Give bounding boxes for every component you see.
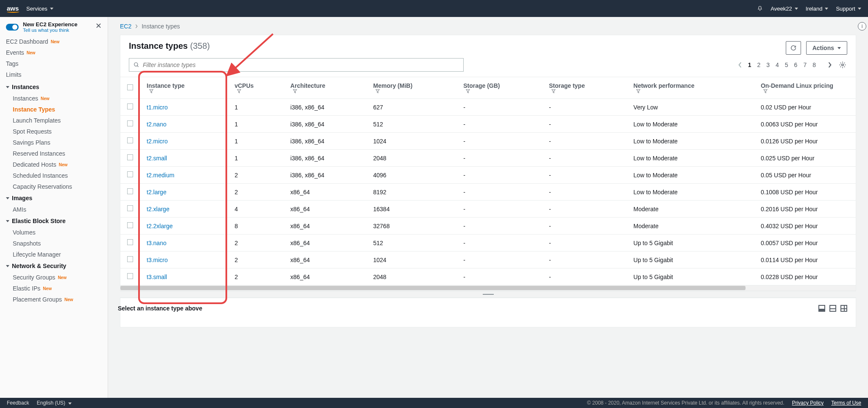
row-checkbox[interactable] xyxy=(127,137,133,143)
sidebar-item-ec2-dashboard[interactable]: EC2 Dashboard New xyxy=(0,36,108,47)
sidebar-item-savings-plans[interactable]: Savings Plans xyxy=(0,137,108,148)
account-menu[interactable]: Aveek22 xyxy=(771,6,798,12)
actions-button[interactable]: Actions xyxy=(806,41,847,55)
view-split-icon[interactable] xyxy=(829,305,836,312)
sidebar-item-elastic-ips[interactable]: Elastic IPs New xyxy=(0,283,108,294)
sidebar-item-limits[interactable]: Limits xyxy=(0,69,108,80)
instance-type-link[interactable]: t3.nano xyxy=(147,240,167,246)
sidebar-item-tags[interactable]: Tags xyxy=(0,58,108,69)
aws-logo[interactable]: aws xyxy=(7,5,19,13)
row-checkbox[interactable] xyxy=(127,154,133,160)
col-memory-mib-[interactable]: Memory (MiB) xyxy=(366,77,456,99)
sidebar-item-reserved-instances[interactable]: Reserved Instances xyxy=(0,148,108,159)
row-checkbox[interactable] xyxy=(127,171,133,177)
table-row[interactable]: t2.2xlarge8x86_6432768--Moderate0.4032 U… xyxy=(120,218,856,235)
row-checkbox[interactable] xyxy=(127,273,133,279)
settings-button[interactable] xyxy=(838,60,847,70)
split-handle[interactable] xyxy=(120,291,856,298)
table-row[interactable]: t3.nano2x86_64512--Up to 5 Gigabit0.0057… xyxy=(120,235,856,252)
row-checkbox[interactable] xyxy=(127,205,133,211)
row-checkbox[interactable] xyxy=(127,239,133,245)
region-menu[interactable]: Ireland xyxy=(806,6,829,12)
refresh-button[interactable] xyxy=(786,41,801,55)
page-prev[interactable] xyxy=(738,62,742,68)
instance-type-link[interactable]: t2.small xyxy=(147,155,167,162)
row-checkbox[interactable] xyxy=(127,120,133,126)
sidebar-item-capacity-reservations[interactable]: Capacity Reservations xyxy=(0,181,108,192)
select-all-checkbox[interactable] xyxy=(127,84,133,90)
view-grid-icon[interactable] xyxy=(840,305,847,312)
sidebar-item-volumes[interactable]: Volumes xyxy=(0,227,108,238)
breadcrumb-root[interactable]: EC2 xyxy=(120,23,131,30)
page-1[interactable]: 1 xyxy=(748,61,751,68)
sidebar-item-instances[interactable]: Instances New xyxy=(0,93,108,104)
row-checkbox[interactable] xyxy=(127,188,133,194)
table-row[interactable]: t2.xlarge4x86_6416384--Moderate0.2016 US… xyxy=(120,201,856,218)
privacy-link[interactable]: Privacy Policy xyxy=(792,400,824,406)
instance-type-link[interactable]: t3.micro xyxy=(147,257,168,263)
sidebar-section-network-security[interactable]: Network & Security xyxy=(0,260,108,272)
table-row[interactable]: t3.small2x86_642048--Up to 5 Gigabit0.02… xyxy=(120,268,856,285)
instance-type-link[interactable]: t2.micro xyxy=(147,138,168,145)
new-experience-toggle[interactable] xyxy=(6,24,19,31)
col-architecture[interactable]: Architecture xyxy=(284,77,366,99)
sidebar-item-events[interactable]: Events New xyxy=(0,47,108,58)
sidebar-item-launch-templates[interactable]: Launch Templates xyxy=(0,115,108,126)
sidebar-item-amis[interactable]: AMIs xyxy=(0,204,108,215)
page-6[interactable]: 6 xyxy=(794,61,798,68)
language-menu[interactable]: English (US) xyxy=(37,400,72,406)
sidebar-item-security-groups[interactable]: Security Groups New xyxy=(0,272,108,283)
info-button[interactable]: i xyxy=(858,22,866,31)
services-menu[interactable]: Services xyxy=(26,6,53,12)
table-row[interactable]: t2.micro1i386, x86_641024--Low to Modera… xyxy=(120,133,856,150)
page-3[interactable]: 3 xyxy=(766,61,770,68)
instance-type-link[interactable]: t1.micro xyxy=(147,104,168,111)
sidebar-item-lifecycle-manager[interactable]: Lifecycle Manager xyxy=(0,249,108,260)
sidebar-item-instance-types[interactable]: Instance Types xyxy=(0,104,108,115)
sidebar-item-scheduled-instances[interactable]: Scheduled Instances xyxy=(0,170,108,181)
table-row[interactable]: t3.micro2x86_641024--Up to 5 Gigabit0.01… xyxy=(120,252,856,268)
sidebar-section-images[interactable]: Images xyxy=(0,192,108,204)
table-row[interactable]: t1.micro1i386, x86_64627--Very Low0.02 U… xyxy=(120,99,856,116)
col-instance-type[interactable]: Instance type xyxy=(140,77,228,99)
view-bottom-icon[interactable] xyxy=(818,305,825,312)
filter-input-wrap[interactable] xyxy=(129,58,464,72)
page-8[interactable]: 8 xyxy=(812,61,816,68)
sidebar-item-placement-groups[interactable]: Placement Groups New xyxy=(0,294,108,305)
instance-type-link[interactable]: t2.2xlarge xyxy=(147,223,172,229)
support-menu[interactable]: Support xyxy=(836,6,861,12)
terms-link[interactable]: Terms of Use xyxy=(831,400,861,406)
instance-type-link[interactable]: t3.small xyxy=(147,274,167,280)
sidebar-item-spot-requests[interactable]: Spot Requests xyxy=(0,126,108,137)
feedback-link[interactable]: Feedback xyxy=(7,400,29,406)
instance-type-link[interactable]: t2.large xyxy=(147,189,167,196)
col-storage-gb-[interactable]: Storage (GB) xyxy=(456,77,542,99)
sidebar-section-instances[interactable]: Instances xyxy=(0,81,108,93)
page-7[interactable]: 7 xyxy=(803,61,807,68)
instance-type-link[interactable]: t2.nano xyxy=(147,121,167,128)
table-row[interactable]: t2.medium2i386, x86_644096--Low to Moder… xyxy=(120,167,856,184)
sidebar-section-elastic-block-store[interactable]: Elastic Block Store xyxy=(0,215,108,227)
row-checkbox[interactable] xyxy=(127,103,133,109)
notifications-button[interactable] xyxy=(757,6,763,11)
sidebar-item-snapshots[interactable]: Snapshots xyxy=(0,238,108,249)
col-network-performance[interactable]: Network performance xyxy=(627,77,754,99)
instance-type-link[interactable]: t2.medium xyxy=(147,172,174,179)
page-2[interactable]: 2 xyxy=(757,61,760,68)
table-row[interactable]: t2.nano1i386, x86_64512--Low to Moderate… xyxy=(120,116,856,133)
sidebar-item-dedicated-hosts[interactable]: Dedicated Hosts New xyxy=(0,159,108,170)
close-icon[interactable]: ✕ xyxy=(95,21,102,31)
col-on-demand-linux-pricing[interactable]: On-Demand Linux pricing xyxy=(754,77,856,99)
col-vcpus[interactable]: vCPUs xyxy=(228,77,284,99)
row-checkbox[interactable] xyxy=(127,256,133,262)
col-storage-type[interactable]: Storage type xyxy=(542,77,626,99)
row-checkbox[interactable] xyxy=(127,222,133,228)
table-row[interactable]: t2.small1i386, x86_642048--Low to Modera… xyxy=(120,150,856,167)
horizontal-scrollbar[interactable] xyxy=(120,285,856,291)
page-next[interactable] xyxy=(828,62,832,68)
page-4[interactable]: 4 xyxy=(776,61,779,68)
table-row[interactable]: t2.large2x86_648192--Low to Moderate0.10… xyxy=(120,184,856,201)
page-5[interactable]: 5 xyxy=(785,61,788,68)
filter-input[interactable] xyxy=(143,61,459,68)
experience-sub-link[interactable]: Tell us what you think xyxy=(23,28,78,33)
